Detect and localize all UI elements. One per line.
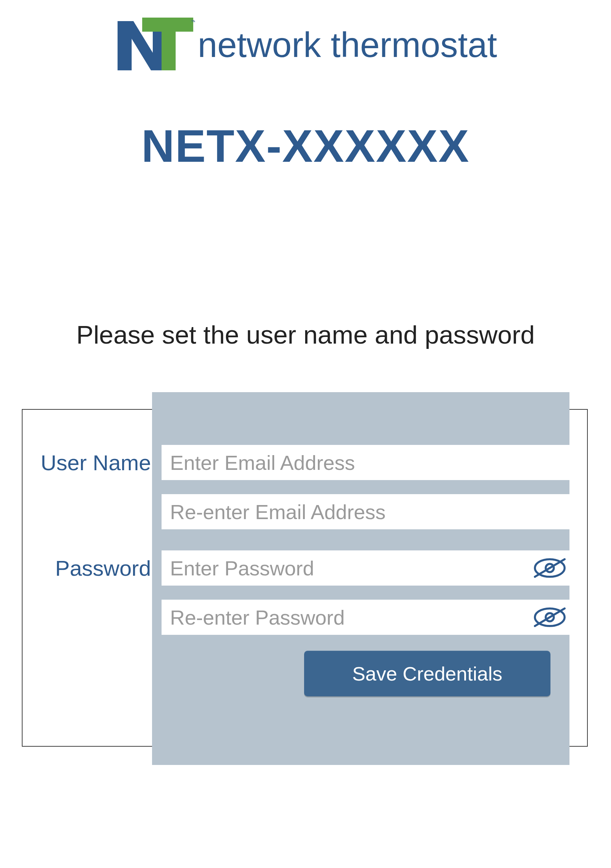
username-confirm-row (23, 494, 587, 529)
password-field-wrap (162, 550, 571, 586)
password-confirm-row (23, 600, 587, 635)
eye-off-icon (533, 557, 567, 579)
password-confirm-field-wrap (162, 600, 571, 635)
toggle-password-confirm-visibility[interactable] (529, 600, 571, 635)
credentials-form: User Name Password (22, 409, 588, 747)
password-row: Password (23, 550, 587, 586)
email-confirm-input[interactable] (162, 494, 571, 529)
nt-mark-icon: ™ (114, 14, 195, 75)
password-input[interactable] (162, 550, 529, 586)
email-input[interactable] (162, 445, 571, 480)
password-confirm-input[interactable] (162, 600, 529, 635)
username-row: User Name (23, 445, 587, 480)
email-field-wrap (162, 445, 571, 480)
brand-name: network thermostat (198, 25, 497, 65)
instruction-text: Please set the user name and password (0, 320, 611, 349)
toggle-password-visibility[interactable] (529, 550, 571, 586)
brand-logo: ™ network thermostat (0, 14, 611, 75)
trademark-symbol: ™ (191, 19, 195, 25)
email-confirm-field-wrap (162, 494, 571, 529)
password-label: Password (23, 556, 162, 581)
save-credentials-button[interactable]: Save Credentials (304, 651, 550, 696)
device-id: NETX-XXXXXX (0, 119, 611, 172)
username-label: User Name (23, 450, 162, 475)
eye-off-icon (533, 606, 567, 628)
